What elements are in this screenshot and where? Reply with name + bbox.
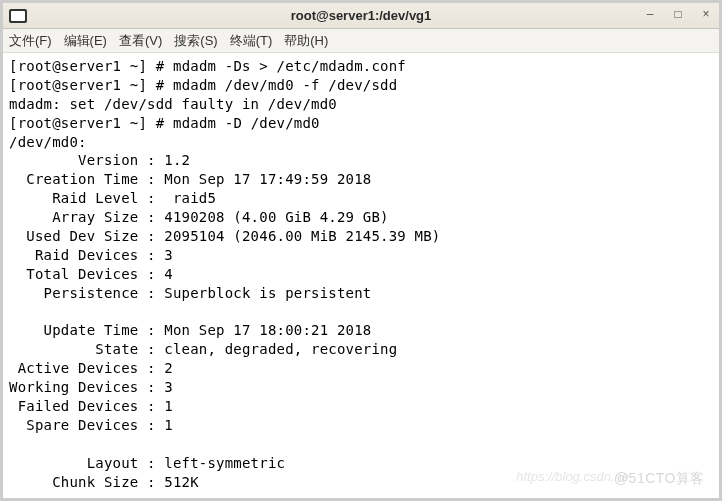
field-value: Superblock is persistent xyxy=(156,285,372,301)
field-value: 2095104 (2046.00 MiB 2145.39 MB) xyxy=(156,228,441,244)
menu-file[interactable]: 文件(F) xyxy=(9,32,52,50)
titlebar: root@server1:/dev/vg1 – □ × xyxy=(3,3,719,29)
field-label: Used Dev Size : xyxy=(9,228,156,244)
field-value: left-symmetric xyxy=(156,455,285,471)
menu-help[interactable]: 帮助(H) xyxy=(284,32,328,50)
field-label: Spare Devices : xyxy=(9,417,156,433)
field-value: clean, degraded, recovering xyxy=(156,341,398,357)
field-label: Chunk Size : xyxy=(9,474,156,490)
field-value: 1.2 xyxy=(156,152,191,168)
command-line-3: mdadm -D /dev/md0 xyxy=(173,115,320,131)
prompt-path: ~ xyxy=(130,58,139,74)
prompt-path: ~ xyxy=(130,77,139,93)
command-line-2: mdadm /dev/md0 -f /dev/sdd xyxy=(173,77,397,93)
prompt-user: root@server1 xyxy=(18,77,122,93)
window-controls: – □ × xyxy=(643,7,713,21)
menu-view[interactable]: 查看(V) xyxy=(119,32,162,50)
prompt-user: root@server1 xyxy=(18,58,122,74)
field-value: Mon Sep 17 17:49:59 2018 xyxy=(156,171,372,187)
minimize-button[interactable]: – xyxy=(643,7,657,21)
terminal-output[interactable]: [root@server1 ~] # mdadm -Ds > /etc/mdad… xyxy=(3,53,719,498)
terminal-icon xyxy=(9,9,27,23)
field-value: 4190208 (4.00 GiB 4.29 GB) xyxy=(156,209,389,225)
field-label: Total Devices : xyxy=(9,266,156,282)
field-label: Update Time : xyxy=(9,322,156,338)
field-label: Working Devices : xyxy=(9,379,156,395)
field-value: 1 xyxy=(156,398,173,414)
prompt-symbol: # xyxy=(156,115,165,131)
field-label: Active Devices : xyxy=(9,360,156,376)
field-value: raid5 xyxy=(156,190,216,206)
field-label: Raid Devices : xyxy=(9,247,156,263)
field-value: 512K xyxy=(156,474,199,490)
field-label: Layout : xyxy=(9,455,156,471)
menu-terminal[interactable]: 终端(T) xyxy=(230,32,273,50)
field-label: Version : xyxy=(9,152,156,168)
field-label: State : xyxy=(9,341,156,357)
menu-search[interactable]: 搜索(S) xyxy=(174,32,217,50)
field-value: Mon Sep 17 18:00:21 2018 xyxy=(156,322,372,338)
field-label: Raid Level : xyxy=(9,190,156,206)
field-label: Array Size : xyxy=(9,209,156,225)
field-value: 2 xyxy=(156,360,173,376)
maximize-button[interactable]: □ xyxy=(671,7,685,21)
field-label: Failed Devices : xyxy=(9,398,156,414)
watermark-51cto: @51CTO算客 xyxy=(614,470,705,488)
prompt-user: root@server1 xyxy=(18,115,122,131)
prompt-symbol: # xyxy=(156,58,165,74)
command-line-1: mdadm -Ds > /etc/mdadm.conf xyxy=(173,58,406,74)
command-output-2: mdadm: set /dev/sdd faulty in /dev/md0 xyxy=(9,96,337,112)
field-label: Persistence : xyxy=(9,285,156,301)
prompt-path: ~ xyxy=(130,115,139,131)
device-header: /dev/md0: xyxy=(9,134,87,150)
field-value: 3 xyxy=(156,379,173,395)
field-value: 3 xyxy=(156,247,173,263)
field-value: 4 xyxy=(156,266,173,282)
field-value: 1 xyxy=(156,417,173,433)
watermark-csdn: https://blog.csdn.ne xyxy=(516,469,629,484)
menu-edit[interactable]: 编辑(E) xyxy=(64,32,107,50)
field-label: Creation Time : xyxy=(9,171,156,187)
menubar: 文件(F) 编辑(E) 查看(V) 搜索(S) 终端(T) 帮助(H) xyxy=(3,29,719,53)
close-button[interactable]: × xyxy=(699,7,713,21)
window-title: root@server1:/dev/vg1 xyxy=(291,8,432,23)
prompt-symbol: # xyxy=(156,77,165,93)
